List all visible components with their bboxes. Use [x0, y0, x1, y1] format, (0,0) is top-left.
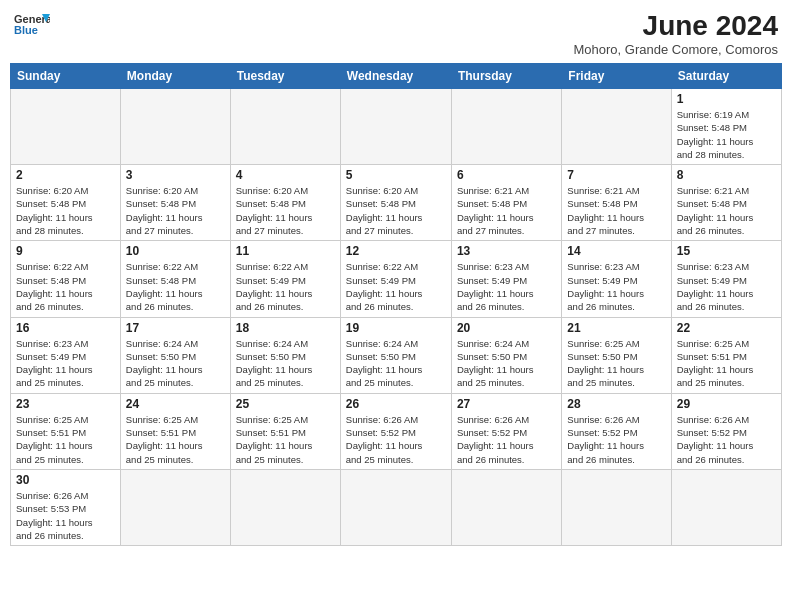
calendar-row-2: 2Sunrise: 6:20 AM Sunset: 5:48 PM Daylig…	[11, 165, 782, 241]
day-number: 26	[346, 397, 446, 411]
day-number: 3	[126, 168, 225, 182]
day-info: Sunrise: 6:21 AM Sunset: 5:48 PM Dayligh…	[457, 184, 556, 237]
logo-icon: General Blue	[14, 10, 50, 38]
day-number: 1	[677, 92, 776, 106]
calendar-cell: 2Sunrise: 6:20 AM Sunset: 5:48 PM Daylig…	[11, 165, 121, 241]
calendar-cell: 11Sunrise: 6:22 AM Sunset: 5:49 PM Dayli…	[230, 241, 340, 317]
day-info: Sunrise: 6:20 AM Sunset: 5:48 PM Dayligh…	[236, 184, 335, 237]
day-number: 28	[567, 397, 665, 411]
calendar-cell: 12Sunrise: 6:22 AM Sunset: 5:49 PM Dayli…	[340, 241, 451, 317]
calendar-cell: 19Sunrise: 6:24 AM Sunset: 5:50 PM Dayli…	[340, 317, 451, 393]
day-number: 27	[457, 397, 556, 411]
day-info: Sunrise: 6:20 AM Sunset: 5:48 PM Dayligh…	[346, 184, 446, 237]
day-info: Sunrise: 6:26 AM Sunset: 5:53 PM Dayligh…	[16, 489, 115, 542]
day-info: Sunrise: 6:24 AM Sunset: 5:50 PM Dayligh…	[457, 337, 556, 390]
calendar-cell	[451, 469, 561, 545]
day-info: Sunrise: 6:23 AM Sunset: 5:49 PM Dayligh…	[677, 260, 776, 313]
day-number: 9	[16, 244, 115, 258]
calendar-cell: 28Sunrise: 6:26 AM Sunset: 5:52 PM Dayli…	[562, 393, 671, 469]
weekday-header-saturday: Saturday	[671, 64, 781, 89]
calendar-cell: 15Sunrise: 6:23 AM Sunset: 5:49 PM Dayli…	[671, 241, 781, 317]
calendar-cell: 24Sunrise: 6:25 AM Sunset: 5:51 PM Dayli…	[120, 393, 230, 469]
day-number: 25	[236, 397, 335, 411]
day-number: 19	[346, 321, 446, 335]
day-info: Sunrise: 6:25 AM Sunset: 5:51 PM Dayligh…	[677, 337, 776, 390]
day-info: Sunrise: 6:19 AM Sunset: 5:48 PM Dayligh…	[677, 108, 776, 161]
day-number: 7	[567, 168, 665, 182]
day-number: 17	[126, 321, 225, 335]
calendar-cell: 26Sunrise: 6:26 AM Sunset: 5:52 PM Dayli…	[340, 393, 451, 469]
day-number: 23	[16, 397, 115, 411]
day-number: 13	[457, 244, 556, 258]
location-subtitle: Mohoro, Grande Comore, Comoros	[574, 42, 778, 57]
calendar-cell: 20Sunrise: 6:24 AM Sunset: 5:50 PM Dayli…	[451, 317, 561, 393]
weekday-header-friday: Friday	[562, 64, 671, 89]
calendar-cell: 21Sunrise: 6:25 AM Sunset: 5:50 PM Dayli…	[562, 317, 671, 393]
calendar-cell	[340, 89, 451, 165]
calendar-cell: 5Sunrise: 6:20 AM Sunset: 5:48 PM Daylig…	[340, 165, 451, 241]
calendar-row-4: 16Sunrise: 6:23 AM Sunset: 5:49 PM Dayli…	[11, 317, 782, 393]
weekday-header-thursday: Thursday	[451, 64, 561, 89]
day-info: Sunrise: 6:26 AM Sunset: 5:52 PM Dayligh…	[677, 413, 776, 466]
day-info: Sunrise: 6:24 AM Sunset: 5:50 PM Dayligh…	[236, 337, 335, 390]
day-number: 14	[567, 244, 665, 258]
day-info: Sunrise: 6:20 AM Sunset: 5:48 PM Dayligh…	[126, 184, 225, 237]
calendar-cell	[671, 469, 781, 545]
calendar-cell: 3Sunrise: 6:20 AM Sunset: 5:48 PM Daylig…	[120, 165, 230, 241]
svg-text:Blue: Blue	[14, 24, 38, 36]
calendar-cell: 23Sunrise: 6:25 AM Sunset: 5:51 PM Dayli…	[11, 393, 121, 469]
day-number: 29	[677, 397, 776, 411]
day-info: Sunrise: 6:22 AM Sunset: 5:49 PM Dayligh…	[236, 260, 335, 313]
day-info: Sunrise: 6:25 AM Sunset: 5:51 PM Dayligh…	[236, 413, 335, 466]
calendar-cell: 1Sunrise: 6:19 AM Sunset: 5:48 PM Daylig…	[671, 89, 781, 165]
calendar-cell: 8Sunrise: 6:21 AM Sunset: 5:48 PM Daylig…	[671, 165, 781, 241]
calendar-cell: 27Sunrise: 6:26 AM Sunset: 5:52 PM Dayli…	[451, 393, 561, 469]
calendar-row-1: 1Sunrise: 6:19 AM Sunset: 5:48 PM Daylig…	[11, 89, 782, 165]
calendar-cell: 6Sunrise: 6:21 AM Sunset: 5:48 PM Daylig…	[451, 165, 561, 241]
calendar-cell	[451, 89, 561, 165]
weekday-header-wednesday: Wednesday	[340, 64, 451, 89]
day-info: Sunrise: 6:22 AM Sunset: 5:49 PM Dayligh…	[346, 260, 446, 313]
calendar-cell	[562, 469, 671, 545]
day-number: 8	[677, 168, 776, 182]
weekday-header-monday: Monday	[120, 64, 230, 89]
page-header: General Blue June 2024 Mohoro, Grande Co…	[10, 10, 782, 57]
weekday-header-tuesday: Tuesday	[230, 64, 340, 89]
calendar-cell: 7Sunrise: 6:21 AM Sunset: 5:48 PM Daylig…	[562, 165, 671, 241]
calendar-cell: 17Sunrise: 6:24 AM Sunset: 5:50 PM Dayli…	[120, 317, 230, 393]
calendar-row-3: 9Sunrise: 6:22 AM Sunset: 5:48 PM Daylig…	[11, 241, 782, 317]
day-info: Sunrise: 6:26 AM Sunset: 5:52 PM Dayligh…	[346, 413, 446, 466]
calendar-cell	[562, 89, 671, 165]
day-info: Sunrise: 6:25 AM Sunset: 5:50 PM Dayligh…	[567, 337, 665, 390]
day-info: Sunrise: 6:23 AM Sunset: 5:49 PM Dayligh…	[567, 260, 665, 313]
day-number: 11	[236, 244, 335, 258]
calendar-cell: 13Sunrise: 6:23 AM Sunset: 5:49 PM Dayli…	[451, 241, 561, 317]
day-info: Sunrise: 6:22 AM Sunset: 5:48 PM Dayligh…	[126, 260, 225, 313]
calendar-cell	[120, 469, 230, 545]
day-number: 30	[16, 473, 115, 487]
day-number: 12	[346, 244, 446, 258]
day-info: Sunrise: 6:23 AM Sunset: 5:49 PM Dayligh…	[16, 337, 115, 390]
calendar-cell	[11, 89, 121, 165]
day-number: 21	[567, 321, 665, 335]
day-number: 16	[16, 321, 115, 335]
calendar-row-6: 30Sunrise: 6:26 AM Sunset: 5:53 PM Dayli…	[11, 469, 782, 545]
calendar-cell: 29Sunrise: 6:26 AM Sunset: 5:52 PM Dayli…	[671, 393, 781, 469]
day-info: Sunrise: 6:25 AM Sunset: 5:51 PM Dayligh…	[16, 413, 115, 466]
day-info: Sunrise: 6:26 AM Sunset: 5:52 PM Dayligh…	[457, 413, 556, 466]
calendar-cell: 30Sunrise: 6:26 AM Sunset: 5:53 PM Dayli…	[11, 469, 121, 545]
calendar-cell: 9Sunrise: 6:22 AM Sunset: 5:48 PM Daylig…	[11, 241, 121, 317]
day-number: 15	[677, 244, 776, 258]
weekday-header-row: SundayMondayTuesdayWednesdayThursdayFrid…	[11, 64, 782, 89]
calendar-cell: 22Sunrise: 6:25 AM Sunset: 5:51 PM Dayli…	[671, 317, 781, 393]
day-number: 24	[126, 397, 225, 411]
calendar-cell: 4Sunrise: 6:20 AM Sunset: 5:48 PM Daylig…	[230, 165, 340, 241]
calendar-cell: 25Sunrise: 6:25 AM Sunset: 5:51 PM Dayli…	[230, 393, 340, 469]
day-info: Sunrise: 6:21 AM Sunset: 5:48 PM Dayligh…	[677, 184, 776, 237]
calendar-cell	[230, 469, 340, 545]
day-info: Sunrise: 6:23 AM Sunset: 5:49 PM Dayligh…	[457, 260, 556, 313]
calendar-cell: 10Sunrise: 6:22 AM Sunset: 5:48 PM Dayli…	[120, 241, 230, 317]
day-number: 18	[236, 321, 335, 335]
day-number: 10	[126, 244, 225, 258]
calendar-cell: 18Sunrise: 6:24 AM Sunset: 5:50 PM Dayli…	[230, 317, 340, 393]
